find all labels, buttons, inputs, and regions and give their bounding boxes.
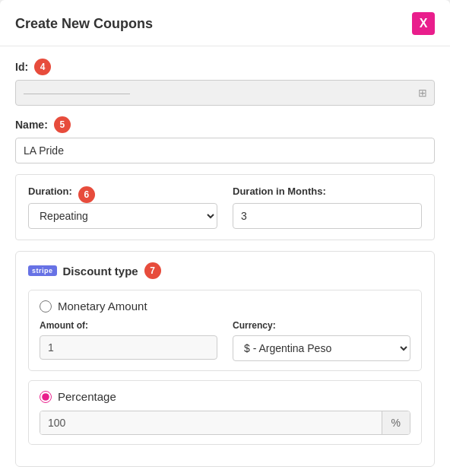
duration-step-badge: 6 [78,186,95,203]
duration-col: Duration: 6 Once Repeating Forever [28,186,217,229]
discount-section: stripe Discount type 7 Monetary Amount A… [15,251,435,467]
monetary-option-header: Monetary Amount [40,300,410,313]
id-input[interactable] [15,80,435,106]
modal-title: Create New Coupons [15,16,153,32]
percentage-input[interactable] [40,411,382,434]
duration-row: Duration: 6 Once Repeating Forever Durat… [15,174,435,240]
id-step-badge: 4 [34,59,51,75]
modal-body: Id: 4 ⊞ Name: 5 Duration: 6 [0,46,450,476]
amount-input[interactable] [40,335,217,360]
id-label-text: Id: [15,61,28,73]
name-input[interactable] [15,138,435,163]
duration-select[interactable]: Once Repeating Forever [28,203,217,229]
monetary-radio[interactable] [40,300,52,313]
months-input[interactable] [233,203,422,229]
name-label: Name: 5 [15,116,435,133]
discount-header: stripe Discount type 7 [28,262,422,279]
name-label-text: Name: [15,119,48,131]
monetary-label: Monetary Amount [58,300,147,313]
percentage-option-card: Percentage % [28,380,422,445]
duration-label: Duration: [28,186,72,197]
percent-input-wrapper: % [40,411,410,435]
currency-label: Currency: [233,320,410,331]
amount-label: Amount of: [40,320,217,331]
percent-symbol: % [382,411,410,434]
id-field-group: Id: 4 ⊞ [15,59,435,106]
currency-col: Currency: $ - Argentina Peso € - Euro £ … [233,320,410,361]
id-input-wrapper: ⊞ [15,80,435,106]
name-step-badge: 5 [54,116,71,133]
discount-step-badge: 7 [144,262,161,279]
close-button[interactable]: X [412,12,435,35]
percentage-label: Percentage [58,390,116,403]
amount-row: Amount of: Currency: $ - Argentina Peso … [40,320,410,361]
id-icon: ⊞ [418,87,427,99]
stripe-badge: stripe [28,265,57,276]
duration-header-row: Duration: 6 [28,186,217,203]
months-label: Duration in Months: [233,186,422,197]
modal-header: Create New Coupons X [0,0,450,46]
months-col: Duration in Months: [233,186,422,229]
create-coupons-modal: Create New Coupons X Id: 4 ⊞ Name: 5 [0,0,450,476]
name-field-group: Name: 5 [15,116,435,163]
id-label: Id: 4 [15,59,435,75]
currency-select[interactable]: $ - Argentina Peso € - Euro £ - British … [233,335,410,361]
percentage-radio[interactable] [40,391,52,403]
percentage-option-header: Percentage [40,390,410,403]
discount-title: Discount type [63,265,138,278]
duration-field-group: Duration: 6 Once Repeating Forever Durat… [15,174,435,240]
monetary-option-card: Monetary Amount Amount of: Currency: $ -… [28,290,422,371]
amount-col: Amount of: [40,320,217,361]
